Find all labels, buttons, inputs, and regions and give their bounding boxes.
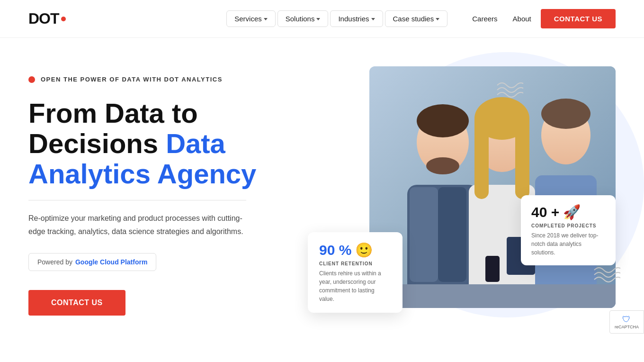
chevron-down-icon [264, 18, 268, 20]
svg-rect-10 [474, 114, 489, 199]
svg-rect-3 [410, 187, 438, 282]
card-completed-projects: 40 + 🚀 COMPLETED PROJECTS Since 2018 we … [521, 195, 616, 265]
svg-point-5 [426, 157, 459, 174]
chevron-down-icon [436, 18, 439, 20]
nav-careers[interactable]: Careers [466, 11, 503, 27]
retention-label: CLIENT RETENTION [319, 261, 391, 266]
hero-title: From Data to Decisions Data Analytics Ag… [28, 98, 303, 189]
hero-section: OPEN THE POWER OF DATA WITH DOT ANALYTIC… [0, 38, 644, 362]
recaptcha-icon: 🛡 [615, 315, 639, 325]
svg-point-14 [541, 99, 590, 129]
projects-description: Since 2018 we deliver top-notch data ana… [531, 231, 605, 257]
hero-divider [28, 200, 246, 200]
hero-description: Re-optimize your marketing and product p… [28, 212, 246, 237]
powered-by-badge: Powered by Google Cloud Platform [28, 253, 156, 271]
nav-item-industries[interactable]: Industries [330, 10, 383, 27]
hero-content-left: OPEN THE POWER OF DATA WITH DOT ANALYTIC… [28, 66, 303, 316]
card-client-retention: 90 % 🙂 CLIENT RETENTION Clients rehire u… [308, 232, 402, 313]
nav-about[interactable]: About [507, 11, 537, 27]
nav-links: Services Solutions Industries Case studi… [226, 10, 447, 27]
nav-item-solutions[interactable]: Solutions [277, 10, 329, 27]
recaptcha-badge: 🛡 reCAPTCHA [609, 310, 644, 334]
hero-contact-us-button[interactable]: CONTACT US [28, 290, 125, 316]
hero-team-image [369, 66, 616, 308]
retention-stat: 90 % 🙂 [319, 242, 391, 258]
nav-right: Careers About CONTACT US [466, 9, 616, 28]
nav-item-services[interactable]: Services [226, 10, 276, 27]
svg-rect-11 [515, 114, 529, 199]
hero-image-area: 90 % 🙂 CLIENT RETENTION Clients rehire u… [322, 66, 616, 322]
hero-tagline: OPEN THE POWER OF DATA WITH DOT ANALYTIC… [28, 76, 303, 83]
red-dot-icon [28, 76, 35, 83]
retention-description: Clients rehire us within a year, undersc… [319, 269, 391, 303]
emoji-icon: 🙂 [355, 242, 373, 258]
deco-wave-left-icon [592, 265, 620, 284]
gcp-link[interactable]: Google Cloud Platform [75, 258, 147, 266]
projects-label: COMPLETED PROJECTS [531, 223, 605, 228]
svg-rect-16 [485, 256, 500, 282]
recaptcha-label: reCAPTCHA [615, 325, 639, 329]
logo-text: DOT [28, 10, 59, 27]
chevron-down-icon [371, 18, 375, 20]
logo-dot-icon [61, 17, 66, 21]
deco-wave-right-icon [495, 81, 523, 100]
chevron-down-icon [316, 18, 320, 20]
svg-point-6 [417, 104, 469, 137]
projects-stat: 40 + 🚀 [531, 204, 605, 220]
nav-contact-us-button[interactable]: CONTACT US [541, 9, 616, 28]
rocket-icon: 🚀 [563, 204, 581, 220]
svg-rect-4 [438, 187, 466, 282]
nav-item-case-studies[interactable]: Case studies [385, 10, 448, 27]
svg-rect-17 [369, 284, 616, 308]
logo[interactable]: DOT [28, 10, 66, 27]
navbar: DOT Services Solutions Industries Case s… [0, 0, 644, 38]
